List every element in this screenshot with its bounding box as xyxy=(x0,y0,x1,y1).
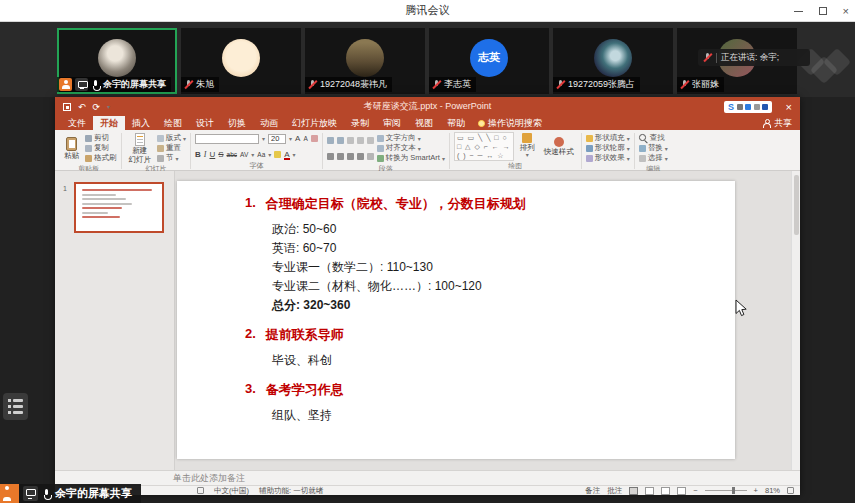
save-icon[interactable] xyxy=(63,103,71,111)
new-slide-button[interactable]: 新建 幻灯片 xyxy=(126,132,155,164)
reading-view-icon[interactable] xyxy=(661,487,670,495)
ime-toolbar[interactable]: S xyxy=(724,101,772,113)
participant-tile[interactable]: 19272059张腾占 xyxy=(553,28,673,94)
slide-canvas[interactable]: 1. 合理确定目标（院校、专业），分数目标规划 政治: 50~60 英语: 60… xyxy=(177,181,735,459)
ppt-close-icon[interactable]: × xyxy=(786,101,792,113)
tell-me-search[interactable]: 操作说明搜索 xyxy=(472,116,548,130)
highlight-icon[interactable] xyxy=(274,151,281,158)
font-color-button[interactable]: A xyxy=(284,150,289,159)
shape-fill-button[interactable]: 形状填充▾ xyxy=(586,133,630,143)
tab-insert[interactable]: 插入 xyxy=(125,116,157,130)
numbering-icon[interactable] xyxy=(337,137,344,144)
cut-button[interactable]: 剪切 xyxy=(85,133,117,143)
ime-toolbox-icon[interactable] xyxy=(762,104,768,110)
align-right-icon[interactable] xyxy=(347,153,354,160)
accessibility-status[interactable]: 辅助功能: 一切就绪 xyxy=(259,486,323,496)
language-status[interactable]: 中文(中国) xyxy=(214,486,249,496)
participant-tile[interactable]: 19272048裴祎凡 xyxy=(305,28,425,94)
redo-icon[interactable]: ⟳ xyxy=(93,102,101,112)
tab-file[interactable]: 文件 xyxy=(61,116,93,130)
format-painter-button[interactable]: 格式刷 xyxy=(85,153,117,163)
tab-review[interactable]: 审阅 xyxy=(376,116,408,130)
reset-button[interactable]: 重置 xyxy=(157,143,186,153)
comments-toggle[interactable]: 批注 xyxy=(607,486,622,496)
zoom-out-icon[interactable]: − xyxy=(693,486,697,495)
tab-transitions[interactable]: 切换 xyxy=(221,116,253,130)
fit-to-window-icon[interactable] xyxy=(787,487,794,494)
find-button[interactable]: 查找 xyxy=(639,133,668,143)
participant-tile[interactable]: 志英 李志英 xyxy=(429,28,549,94)
shrink-font-button[interactable]: A xyxy=(303,135,307,142)
maximize-icon[interactable] xyxy=(819,7,827,15)
paste-button[interactable]: 粘贴 xyxy=(61,132,82,164)
zoom-level[interactable]: 81% xyxy=(765,486,780,495)
participant-tile-presenter[interactable]: 余宇的屏幕共享 xyxy=(57,28,177,94)
tab-design[interactable]: 设计 xyxy=(189,116,221,130)
quick-styles-button[interactable]: 快速样式 xyxy=(541,132,577,161)
vertical-scrollbar[interactable] xyxy=(791,171,800,470)
layout-button[interactable]: 版式▾ xyxy=(157,133,186,143)
change-case-button[interactable]: Aa xyxy=(257,151,265,158)
grow-font-button[interactable]: A xyxy=(295,134,300,143)
bullets-icon[interactable] xyxy=(327,137,334,144)
copy-button[interactable]: 复制 xyxy=(85,143,117,153)
share-button[interactable]: 共享 xyxy=(762,116,792,130)
zoom-slider[interactable] xyxy=(705,490,747,491)
tab-animations[interactable]: 动画 xyxy=(253,116,285,130)
underline-button[interactable]: U xyxy=(209,150,215,159)
avatar xyxy=(346,39,384,77)
slide-thumbnail[interactable] xyxy=(74,182,164,233)
participant-tile[interactable]: 朱旭 xyxy=(181,28,301,94)
smartart-button[interactable]: 转换为 SmartArt▾ xyxy=(377,153,445,163)
section-button[interactable]: 节▾ xyxy=(157,153,186,163)
slide-sorter-icon[interactable] xyxy=(645,487,654,495)
justify-icon[interactable] xyxy=(357,153,364,160)
align-text-button[interactable]: 对齐文本▾ xyxy=(377,143,445,153)
clear-format-icon[interactable] xyxy=(311,135,318,142)
slideshow-icon[interactable] xyxy=(677,487,686,495)
slide-number: 1 xyxy=(63,185,67,192)
slide-item-2: 2. 提前联系导师 毕设、科创 xyxy=(245,326,526,370)
tab-help[interactable]: 帮助 xyxy=(440,116,472,130)
align-center-icon[interactable] xyxy=(337,153,344,160)
zoom-in-icon[interactable]: + xyxy=(754,486,758,495)
tab-slideshow[interactable]: 幻灯片放映 xyxy=(285,116,344,130)
notes-toggle[interactable]: 备注 xyxy=(585,486,600,496)
minimize-icon[interactable] xyxy=(794,11,803,12)
ime-lang-icon[interactable] xyxy=(737,104,743,110)
normal-view-icon[interactable] xyxy=(629,487,638,495)
font-size-box[interactable]: 20 xyxy=(268,134,286,144)
qat-dropdown-icon[interactable]: ▾ xyxy=(107,103,110,110)
tab-draw[interactable]: 绘图 xyxy=(157,116,189,130)
undo-icon[interactable]: ↶ xyxy=(78,102,86,112)
arrange-button[interactable]: 排列 ▾ xyxy=(517,132,538,161)
align-left-icon[interactable] xyxy=(327,153,334,160)
decrease-indent-icon[interactable] xyxy=(347,137,354,144)
member-list-button[interactable] xyxy=(3,393,28,420)
spellcheck-icon[interactable] xyxy=(197,487,204,494)
ime-keyboard-icon[interactable] xyxy=(754,104,760,110)
line-spacing-icon[interactable] xyxy=(367,137,374,144)
char-spacing-button[interactable]: AV xyxy=(240,151,248,158)
shape-gallery[interactable]: ▭ ▭ ╲ ╲ □ ○ □ △ ◇ ⌐ ← → ( ) ~ ─ ↔ ☆ xyxy=(454,132,514,161)
select-button[interactable]: 选择▾ xyxy=(639,153,668,163)
abc-strike-button[interactable]: abc xyxy=(227,151,237,158)
italic-button[interactable]: I xyxy=(204,150,207,159)
close-icon[interactable]: × xyxy=(843,5,849,17)
bold-button[interactable]: B xyxy=(195,150,201,159)
shape-effects-button[interactable]: 形状效果▾ xyxy=(586,153,630,163)
strikethrough-button[interactable]: S xyxy=(218,150,223,159)
participant-name: 19272048裴祎凡 xyxy=(320,78,387,91)
tab-home[interactable]: 开始 xyxy=(93,116,125,130)
shape-outline-button[interactable]: 形状轮廓▾ xyxy=(586,143,630,153)
avatar xyxy=(222,39,260,77)
tab-record[interactable]: 录制 xyxy=(344,116,376,130)
ime-mic-icon[interactable] xyxy=(745,104,751,110)
font-name-box[interactable] xyxy=(195,134,259,144)
tab-view[interactable]: 视图 xyxy=(408,116,440,130)
replace-button[interactable]: 替换▾ xyxy=(639,143,668,153)
columns-icon[interactable] xyxy=(367,153,374,160)
notes-pane[interactable]: 单击此处添加备注 xyxy=(55,470,800,485)
text-direction-button[interactable]: 文字方向▾ xyxy=(377,133,445,143)
increase-indent-icon[interactable] xyxy=(357,137,364,144)
